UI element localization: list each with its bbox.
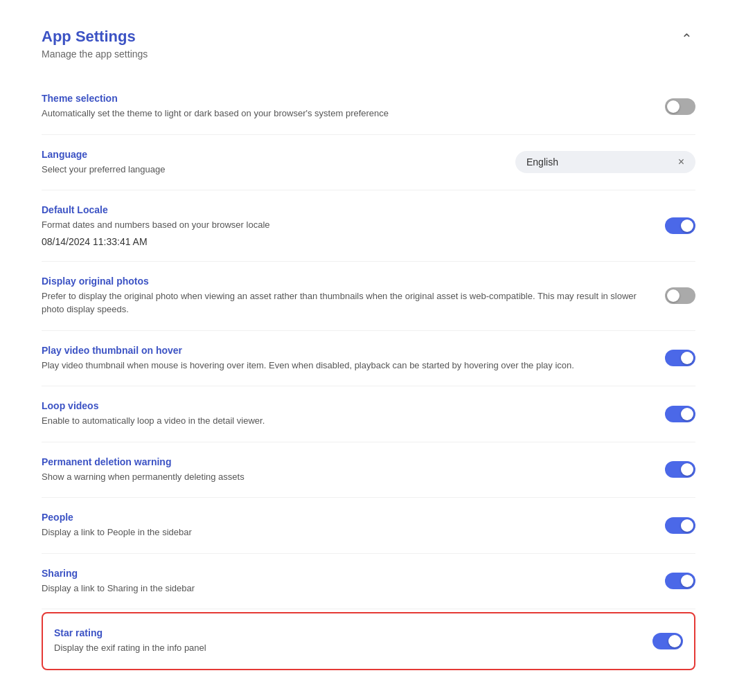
setting-desc-theme-selection: Automatically set the theme to light or … <box>42 107 637 120</box>
setting-row-language: LanguageSelect your preferred languageEn… <box>42 135 695 191</box>
toggle-display-original-photos[interactable] <box>665 287 695 304</box>
collapse-button[interactable]: ⌃ <box>678 28 695 50</box>
highlighted-setting-row: Star ratingDisplay the exif rating in th… <box>42 612 695 670</box>
setting-date-default-locale: 08/14/2024 11:33:41 AM <box>42 236 637 247</box>
toggle-theme-selection[interactable] <box>665 98 695 115</box>
setting-label-default-locale: Default Locale <box>42 204 637 215</box>
setting-desc-language: Select your preferred language <box>42 163 488 177</box>
language-select[interactable]: English× <box>515 151 695 173</box>
setting-row-permanent-deletion-warning: Permanent deletion warningShow a warning… <box>42 442 695 499</box>
setting-label-language: Language <box>42 149 488 160</box>
toggle-star-rating[interactable] <box>652 633 683 649</box>
setting-desc-people: Display a link to People in the sidebar <box>42 526 637 539</box>
setting-label-theme-selection: Theme selection <box>42 93 637 104</box>
setting-desc-play-video-thumbnail: Play video thumbnail when mouse is hover… <box>42 359 637 373</box>
setting-label-people: People <box>42 512 637 523</box>
language-clear-button[interactable]: × <box>673 156 684 168</box>
setting-label-permanent-deletion-warning: Permanent deletion warning <box>42 456 637 467</box>
setting-row-loop-videos: Loop videosEnable to automatically loop … <box>42 386 695 442</box>
page-container: App Settings Manage the app settings ⌃ T… <box>0 0 737 698</box>
setting-row-play-video-thumbnail: Play video thumbnail on hoverPlay video … <box>42 331 695 387</box>
setting-row-display-original-photos: Display original photosPrefer to display… <box>42 262 695 331</box>
toggle-permanent-deletion-warning[interactable] <box>665 461 695 478</box>
toggle-people[interactable] <box>665 517 695 534</box>
setting-desc-permanent-deletion-warning: Show a warning when permanently deleting… <box>42 470 637 484</box>
toggle-loop-videos[interactable] <box>665 406 695 422</box>
setting-row-star-rating: Star ratingDisplay the exif rating in th… <box>54 625 683 658</box>
header-text: App Settings Manage the app settings <box>42 28 148 60</box>
toggle-default-locale[interactable] <box>665 217 695 234</box>
setting-desc-default-locale: Format dates and numbers based on your b… <box>42 218 637 232</box>
setting-desc-display-original-photos: Prefer to display the original photo whe… <box>42 289 637 316</box>
toggle-play-video-thumbnail[interactable] <box>665 350 695 366</box>
page-title: App Settings <box>42 28 148 46</box>
setting-label-sharing: Sharing <box>42 568 637 579</box>
setting-label-play-video-thumbnail: Play video thumbnail on hover <box>42 345 637 356</box>
setting-row-theme-selection: Theme selectionAutomatically set the the… <box>42 79 695 135</box>
setting-label-display-original-photos: Display original photos <box>42 276 637 287</box>
setting-label-star-rating: Star rating <box>54 627 625 638</box>
header: App Settings Manage the app settings ⌃ <box>42 28 695 60</box>
settings-list: Theme selectionAutomatically set the the… <box>42 79 695 670</box>
setting-row-default-locale: Default LocaleFormat dates and numbers b… <box>42 190 695 262</box>
language-value: English <box>526 156 558 168</box>
page-subtitle: Manage the app settings <box>42 48 148 60</box>
setting-desc-star-rating: Display the exif rating in the info pane… <box>54 641 625 655</box>
setting-row-people: PeopleDisplay a link to People in the si… <box>42 498 695 554</box>
setting-desc-loop-videos: Enable to automatically loop a video in … <box>42 414 637 428</box>
setting-desc-sharing: Display a link to Sharing in the sidebar <box>42 582 637 595</box>
setting-label-loop-videos: Loop videos <box>42 400 637 411</box>
toggle-sharing[interactable] <box>665 573 695 589</box>
setting-row-sharing: SharingDisplay a link to Sharing in the … <box>42 554 695 610</box>
